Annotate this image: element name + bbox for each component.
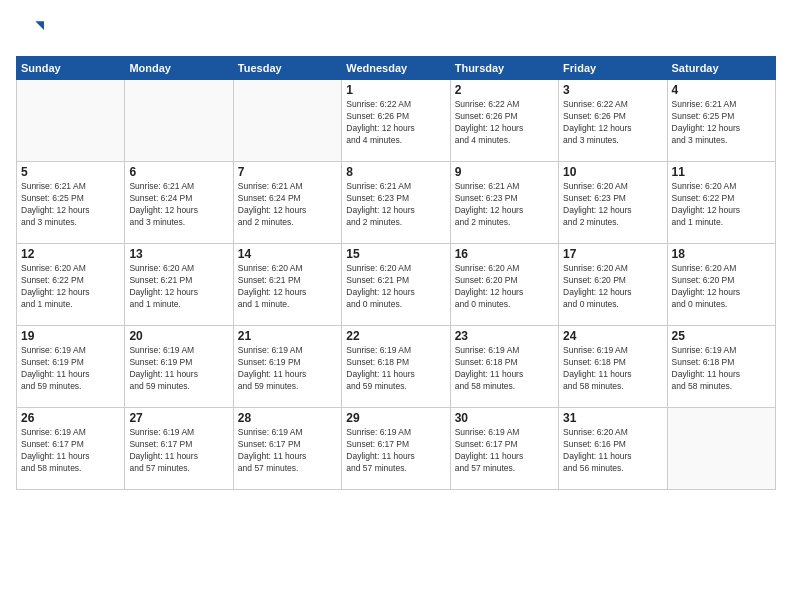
calendar-cell	[667, 408, 775, 490]
day-number: 31	[563, 411, 662, 425]
calendar-week-5: 26Sunrise: 6:19 AM Sunset: 6:17 PM Dayli…	[17, 408, 776, 490]
day-info: Sunrise: 6:20 AM Sunset: 6:21 PM Dayligh…	[238, 263, 337, 311]
calendar-week-2: 5Sunrise: 6:21 AM Sunset: 6:25 PM Daylig…	[17, 162, 776, 244]
day-number: 7	[238, 165, 337, 179]
calendar-cell	[233, 80, 341, 162]
calendar-cell: 22Sunrise: 6:19 AM Sunset: 6:18 PM Dayli…	[342, 326, 450, 408]
day-info: Sunrise: 6:19 AM Sunset: 6:17 PM Dayligh…	[455, 427, 554, 475]
day-info: Sunrise: 6:21 AM Sunset: 6:25 PM Dayligh…	[672, 99, 771, 147]
day-number: 14	[238, 247, 337, 261]
calendar-cell: 30Sunrise: 6:19 AM Sunset: 6:17 PM Dayli…	[450, 408, 558, 490]
day-info: Sunrise: 6:20 AM Sunset: 6:20 PM Dayligh…	[455, 263, 554, 311]
calendar-week-3: 12Sunrise: 6:20 AM Sunset: 6:22 PM Dayli…	[17, 244, 776, 326]
calendar-cell: 31Sunrise: 6:20 AM Sunset: 6:16 PM Dayli…	[559, 408, 667, 490]
day-info: Sunrise: 6:19 AM Sunset: 6:17 PM Dayligh…	[238, 427, 337, 475]
calendar-cell: 5Sunrise: 6:21 AM Sunset: 6:25 PM Daylig…	[17, 162, 125, 244]
day-number: 21	[238, 329, 337, 343]
day-info: Sunrise: 6:19 AM Sunset: 6:17 PM Dayligh…	[21, 427, 120, 475]
day-number: 28	[238, 411, 337, 425]
calendar-cell: 16Sunrise: 6:20 AM Sunset: 6:20 PM Dayli…	[450, 244, 558, 326]
day-info: Sunrise: 6:22 AM Sunset: 6:26 PM Dayligh…	[563, 99, 662, 147]
day-info: Sunrise: 6:21 AM Sunset: 6:23 PM Dayligh…	[455, 181, 554, 229]
calendar-cell: 12Sunrise: 6:20 AM Sunset: 6:22 PM Dayli…	[17, 244, 125, 326]
day-info: Sunrise: 6:19 AM Sunset: 6:17 PM Dayligh…	[129, 427, 228, 475]
day-number: 10	[563, 165, 662, 179]
header	[16, 16, 776, 44]
day-number: 27	[129, 411, 228, 425]
day-info: Sunrise: 6:21 AM Sunset: 6:25 PM Dayligh…	[21, 181, 120, 229]
day-number: 4	[672, 83, 771, 97]
day-number: 30	[455, 411, 554, 425]
day-number: 19	[21, 329, 120, 343]
calendar-cell: 6Sunrise: 6:21 AM Sunset: 6:24 PM Daylig…	[125, 162, 233, 244]
calendar-cell: 28Sunrise: 6:19 AM Sunset: 6:17 PM Dayli…	[233, 408, 341, 490]
calendar-cell: 23Sunrise: 6:19 AM Sunset: 6:18 PM Dayli…	[450, 326, 558, 408]
day-info: Sunrise: 6:20 AM Sunset: 6:21 PM Dayligh…	[129, 263, 228, 311]
day-number: 5	[21, 165, 120, 179]
weekday-header-monday: Monday	[125, 57, 233, 80]
day-number: 29	[346, 411, 445, 425]
weekday-header-wednesday: Wednesday	[342, 57, 450, 80]
day-number: 8	[346, 165, 445, 179]
weekday-header-friday: Friday	[559, 57, 667, 80]
day-number: 11	[672, 165, 771, 179]
weekday-header-sunday: Sunday	[17, 57, 125, 80]
calendar-cell: 27Sunrise: 6:19 AM Sunset: 6:17 PM Dayli…	[125, 408, 233, 490]
day-number: 1	[346, 83, 445, 97]
day-info: Sunrise: 6:19 AM Sunset: 6:19 PM Dayligh…	[21, 345, 120, 393]
day-info: Sunrise: 6:22 AM Sunset: 6:26 PM Dayligh…	[346, 99, 445, 147]
calendar-cell: 15Sunrise: 6:20 AM Sunset: 6:21 PM Dayli…	[342, 244, 450, 326]
day-number: 16	[455, 247, 554, 261]
day-info: Sunrise: 6:19 AM Sunset: 6:18 PM Dayligh…	[672, 345, 771, 393]
day-info: Sunrise: 6:20 AM Sunset: 6:16 PM Dayligh…	[563, 427, 662, 475]
calendar-cell	[17, 80, 125, 162]
calendar-cell: 19Sunrise: 6:19 AM Sunset: 6:19 PM Dayli…	[17, 326, 125, 408]
day-info: Sunrise: 6:20 AM Sunset: 6:22 PM Dayligh…	[672, 181, 771, 229]
calendar-cell: 10Sunrise: 6:20 AM Sunset: 6:23 PM Dayli…	[559, 162, 667, 244]
calendar-cell: 11Sunrise: 6:20 AM Sunset: 6:22 PM Dayli…	[667, 162, 775, 244]
day-info: Sunrise: 6:20 AM Sunset: 6:23 PM Dayligh…	[563, 181, 662, 229]
calendar-cell: 17Sunrise: 6:20 AM Sunset: 6:20 PM Dayli…	[559, 244, 667, 326]
day-number: 9	[455, 165, 554, 179]
calendar-week-4: 19Sunrise: 6:19 AM Sunset: 6:19 PM Dayli…	[17, 326, 776, 408]
calendar-cell: 21Sunrise: 6:19 AM Sunset: 6:19 PM Dayli…	[233, 326, 341, 408]
day-number: 6	[129, 165, 228, 179]
day-info: Sunrise: 6:19 AM Sunset: 6:18 PM Dayligh…	[563, 345, 662, 393]
calendar-cell: 29Sunrise: 6:19 AM Sunset: 6:17 PM Dayli…	[342, 408, 450, 490]
day-info: Sunrise: 6:22 AM Sunset: 6:26 PM Dayligh…	[455, 99, 554, 147]
weekday-header-row: SundayMondayTuesdayWednesdayThursdayFrid…	[17, 57, 776, 80]
calendar-cell: 24Sunrise: 6:19 AM Sunset: 6:18 PM Dayli…	[559, 326, 667, 408]
calendar-cell: 9Sunrise: 6:21 AM Sunset: 6:23 PM Daylig…	[450, 162, 558, 244]
day-number: 12	[21, 247, 120, 261]
day-info: Sunrise: 6:21 AM Sunset: 6:23 PM Dayligh…	[346, 181, 445, 229]
calendar-cell: 20Sunrise: 6:19 AM Sunset: 6:19 PM Dayli…	[125, 326, 233, 408]
calendar-week-1: 1Sunrise: 6:22 AM Sunset: 6:26 PM Daylig…	[17, 80, 776, 162]
weekday-header-tuesday: Tuesday	[233, 57, 341, 80]
day-number: 15	[346, 247, 445, 261]
calendar-cell: 3Sunrise: 6:22 AM Sunset: 6:26 PM Daylig…	[559, 80, 667, 162]
calendar-cell: 26Sunrise: 6:19 AM Sunset: 6:17 PM Dayli…	[17, 408, 125, 490]
svg-marker-0	[35, 21, 44, 30]
calendar-cell: 1Sunrise: 6:22 AM Sunset: 6:26 PM Daylig…	[342, 80, 450, 162]
weekday-header-thursday: Thursday	[450, 57, 558, 80]
calendar-cell: 2Sunrise: 6:22 AM Sunset: 6:26 PM Daylig…	[450, 80, 558, 162]
day-number: 18	[672, 247, 771, 261]
day-number: 17	[563, 247, 662, 261]
day-info: Sunrise: 6:20 AM Sunset: 6:21 PM Dayligh…	[346, 263, 445, 311]
day-number: 26	[21, 411, 120, 425]
day-info: Sunrise: 6:20 AM Sunset: 6:20 PM Dayligh…	[672, 263, 771, 311]
weekday-header-saturday: Saturday	[667, 57, 775, 80]
svg-rect-1	[16, 21, 35, 39]
day-info: Sunrise: 6:19 AM Sunset: 6:19 PM Dayligh…	[238, 345, 337, 393]
calendar-cell: 14Sunrise: 6:20 AM Sunset: 6:21 PM Dayli…	[233, 244, 341, 326]
calendar-cell: 13Sunrise: 6:20 AM Sunset: 6:21 PM Dayli…	[125, 244, 233, 326]
calendar-cell: 18Sunrise: 6:20 AM Sunset: 6:20 PM Dayli…	[667, 244, 775, 326]
day-info: Sunrise: 6:19 AM Sunset: 6:19 PM Dayligh…	[129, 345, 228, 393]
day-info: Sunrise: 6:19 AM Sunset: 6:18 PM Dayligh…	[455, 345, 554, 393]
day-number: 25	[672, 329, 771, 343]
day-info: Sunrise: 6:20 AM Sunset: 6:20 PM Dayligh…	[563, 263, 662, 311]
calendar-cell: 8Sunrise: 6:21 AM Sunset: 6:23 PM Daylig…	[342, 162, 450, 244]
day-number: 13	[129, 247, 228, 261]
logo-icon	[16, 16, 44, 44]
calendar-cell: 7Sunrise: 6:21 AM Sunset: 6:24 PM Daylig…	[233, 162, 341, 244]
